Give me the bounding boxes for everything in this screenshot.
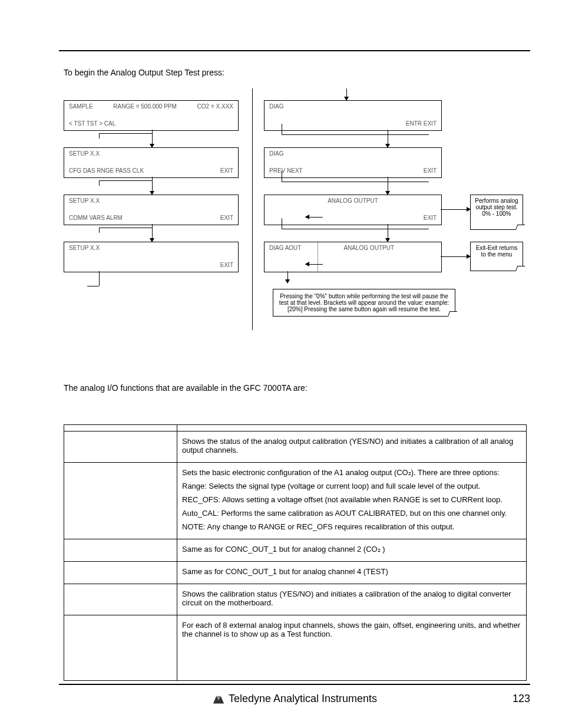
table-cell-text: Range: Selects the signal type (voltage … xyxy=(182,482,521,490)
screen-button-group: EXIT xyxy=(220,262,233,268)
screen-label: ANALOG OUTPUT xyxy=(328,197,378,204)
body-line: The analog I/O functions that are availa… xyxy=(64,383,308,393)
screen-label: CO2 = X.XXX xyxy=(197,103,233,110)
screen-button-group: CFG DAS RNGE PASS CLK xyxy=(69,167,144,174)
table-cell-text: Sets the basic electronic configuration … xyxy=(182,468,521,477)
screen-label: SETUP X.X xyxy=(69,245,100,251)
table-cell-key xyxy=(64,431,177,463)
screen-button-group: EXIT xyxy=(424,215,437,221)
table-cell-desc: Same as for CONC_OUT_1 but for analog ch… xyxy=(177,562,527,584)
menu-screen: SETUP X.XCFG DAS RNGE PASS CLKEXIT xyxy=(64,147,239,178)
table-cell-text: NOTE: Any change to RANGE or REC_OFS req… xyxy=(182,522,521,531)
screen-label: DIAG xyxy=(269,103,283,110)
rule-bottom xyxy=(59,684,530,685)
table-cell-text: Auto_CAL: Performs the same calibration … xyxy=(182,509,521,518)
callout-note: Performs analog output step test. 0% - 1… xyxy=(470,195,523,230)
menu-screen: DIAGENTR EXIT xyxy=(264,100,442,131)
table-row: Shows the calibration status (YES/NO) an… xyxy=(64,584,527,615)
screen-button-group: ENTR EXIT xyxy=(406,120,437,127)
pause-note: Pressing the "0%" button while performin… xyxy=(273,289,455,317)
table-cell-key xyxy=(64,562,177,584)
table-cell-text: Shows the status of the analog output ca… xyxy=(182,437,521,454)
table-cell-desc: For each of 8 external analog input chan… xyxy=(177,615,527,681)
footer: Teledyne Analytical Instruments 123 xyxy=(59,693,530,705)
functions-table: Shows the status of the analog output ca… xyxy=(64,424,527,681)
screen-label: DIAG xyxy=(269,150,283,157)
screen-label: ANALOG OUTPUT xyxy=(343,245,394,251)
flowchart: SAMPLERANGE = 500.000 PPMCO2 = X.XXX< TS… xyxy=(64,88,529,342)
intro-text: To begin the Analog Output Step Test pre… xyxy=(64,68,224,77)
screen-label: DIAG AOUT xyxy=(269,245,301,251)
table-cell-desc: Sets the basic electronic configuration … xyxy=(177,463,527,539)
screen-button-group: PREV NEXT xyxy=(269,167,303,174)
screen-label: RANGE = 500.000 PPM xyxy=(113,103,177,110)
table-cell-text: Shows the calibration status (YES/NO) an… xyxy=(182,589,521,607)
table-row: Same as for CONC_OUT_1 but for analog ch… xyxy=(64,562,527,584)
logo-icon xyxy=(212,694,225,704)
table-row: Shows the status of the analog output ca… xyxy=(64,431,527,463)
table-header-right xyxy=(177,425,527,431)
menu-screen: SETUP X.XCOMM VARS ALRMEXIT xyxy=(64,195,239,225)
menu-screen: SETUP X.XEXIT xyxy=(64,242,239,272)
screen-button-group: EXIT xyxy=(220,215,233,221)
table-cell-key xyxy=(64,463,177,539)
screen-label: SETUP X.X xyxy=(69,197,100,204)
table-cell-key xyxy=(64,584,177,615)
table-row: Same as for CONC_OUT_1 but for analog ch… xyxy=(64,539,527,562)
screen-label: SETUP X.X xyxy=(69,150,100,157)
menu-screen: ANALOG OUTPUTEXIT xyxy=(264,195,442,225)
table-cell-text: Same as for CONC_OUT_1 but for analog ch… xyxy=(182,545,521,554)
menu-screen: DIAGPREV NEXTEXIT xyxy=(264,147,442,178)
menu-screen: DIAG AOUTANALOG OUTPUT xyxy=(264,242,442,272)
screen-button-group: COMM VARS ALRM xyxy=(69,215,123,221)
page-number: 123 xyxy=(513,693,530,705)
screen-button-group: < TST TST > CAL xyxy=(69,120,115,127)
table-header-left xyxy=(64,425,177,431)
callout-note: Exit-Exit returns to the menu xyxy=(470,242,523,271)
table-cell-text: Same as for CONC_OUT_1 but for analog ch… xyxy=(182,567,521,576)
table-cell-desc: Same as for CONC_OUT_1 but for analog ch… xyxy=(177,539,527,562)
table-cell-key xyxy=(64,539,177,562)
table-row: Sets the basic electronic configuration … xyxy=(64,463,527,539)
screen-label: SAMPLE xyxy=(69,103,93,110)
page: To begin the Analog Output Step Test pre… xyxy=(0,0,562,728)
screen-button-group: EXIT xyxy=(424,167,437,174)
rule-top xyxy=(59,50,530,51)
table-row: For each of 8 external analog input chan… xyxy=(64,615,527,681)
table-cell-key xyxy=(64,615,177,681)
table-cell-text: REC_OFS: Allows setting a voltage offset… xyxy=(182,495,521,504)
table-cell-text: For each of 8 external analog input chan… xyxy=(182,621,521,638)
footer-brand: Teledyne Analytical Instruments xyxy=(229,693,377,705)
screen-button-group: EXIT xyxy=(220,167,233,174)
table-cell-desc: Shows the calibration status (YES/NO) an… xyxy=(177,584,527,615)
table-cell-desc: Shows the status of the analog output ca… xyxy=(177,431,527,463)
table-header-row xyxy=(64,425,527,431)
menu-screen: SAMPLERANGE = 500.000 PPMCO2 = X.XXX< TS… xyxy=(64,100,239,131)
